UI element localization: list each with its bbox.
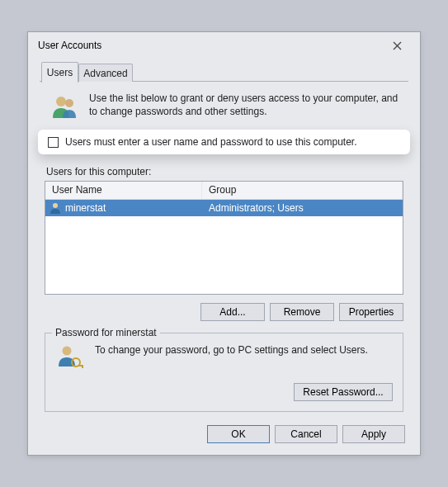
tab-advanced-label: Advanced [83,68,127,79]
svg-point-3 [65,99,73,107]
list-row[interactable]: minerstat Administrators; Users [45,200,403,216]
cancel-button[interactable]: Cancel [275,425,337,443]
titlebar: User Accounts [28,32,420,59]
tab-advanced[interactable]: Advanced [78,64,133,82]
password-legend: Password for minerstat [52,327,160,338]
remove-button[interactable]: Remove [270,303,334,321]
users-listbox[interactable]: User Name Group minerstat Administrators… [45,181,403,295]
close-button[interactable] [380,35,413,55]
user-accounts-dialog: User Accounts Users Advanced [27,31,421,456]
column-username[interactable]: User Name [45,182,202,199]
properties-button[interactable]: Properties [339,303,403,321]
reset-password-button[interactable]: Reset Password... [294,383,393,401]
add-button[interactable]: Add... [200,303,265,321]
password-fieldset: Password for minerstat To change your pa… [45,333,403,412]
row-group: Administrators; Users [202,202,403,214]
tab-users[interactable]: Users [41,62,78,83]
row-username: minerstat [65,202,202,214]
list-header: User Name Group [45,182,403,200]
list-buttons: Add... Remove Properties [45,303,403,321]
svg-point-5 [63,347,72,356]
require-login-label: Users must enter a user name and passwor… [65,136,357,148]
intro-text: Use the list below to grant or deny user… [89,92,398,121]
users-list-label: Users for this computer: [46,166,151,177]
users-icon [50,92,79,121]
require-login-checkbox[interactable] [48,137,59,148]
dialog-buttons: OK Cancel Apply [28,425,420,455]
ok-button[interactable]: OK [207,425,270,443]
key-user-icon [55,342,85,371]
tab-users-label: Users [47,67,73,78]
apply-button[interactable]: Apply [342,425,405,443]
intro-row: Use the list below to grant or deny user… [50,92,398,121]
user-icon [49,201,62,215]
window-title: User Accounts [38,40,101,51]
require-login-row[interactable]: Users must enter a user name and passwor… [38,130,410,154]
svg-point-4 [53,203,58,208]
password-text: To change your password, go to PC settin… [95,342,368,357]
tab-strip: Users Advanced [40,62,408,82]
tab-content: Use the list below to grant or deny user… [28,82,420,423]
close-icon [393,41,402,50]
svg-point-2 [56,97,66,106]
column-group[interactable]: Group [202,182,403,199]
svg-rect-8 [82,365,83,368]
